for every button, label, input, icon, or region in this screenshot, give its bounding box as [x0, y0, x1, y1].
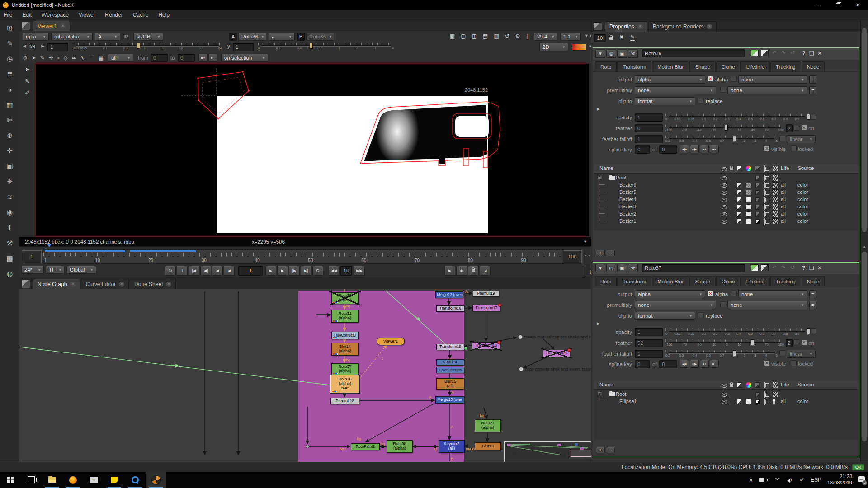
falloff-mode-dropdown[interactable]: linear▼ — [787, 350, 816, 358]
channels-dropdown[interactable]: rgba▼ — [23, 33, 49, 41]
spline-key-field[interactable]: 0 — [635, 360, 650, 368]
tab-dope-sheet[interactable]: Dope Sheet× — [130, 279, 176, 289]
key-remove-button[interactable]: ●− — [208, 54, 217, 62]
tool-icon[interactable]: ✳ — [0, 174, 19, 189]
pane-grip-icon[interactable] — [22, 22, 30, 30]
float-panel-icon[interactable]: ❏ — [809, 50, 814, 56]
start-button[interactable] — [0, 472, 21, 488]
mask-channel-dropdown[interactable]: none▼ — [738, 290, 807, 298]
tool-icon[interactable]: ⊕ — [0, 128, 19, 143]
selection-mode-dropdown[interactable]: on selection▼ — [221, 54, 268, 62]
transport-button[interactable]: ↻ — [165, 266, 176, 276]
opacity-slider[interactable]: 00.010.050.10.20.30.40.50.60.70.80.91 — [665, 114, 808, 122]
minimize-button[interactable] — [808, 0, 828, 10]
visibility-icon[interactable] — [722, 205, 727, 209]
opacity-key-box[interactable] — [810, 328, 816, 334]
shape-row[interactable]: ├─ Bezier5 all color — [594, 189, 858, 196]
eq-button[interactable]: = — [809, 290, 816, 298]
spline-key-field[interactable]: 0 — [635, 145, 650, 154]
transport-button[interactable]: O — [312, 266, 323, 276]
viewer-icon[interactable]: ▣ — [450, 33, 455, 39]
add-key-button[interactable]: ●+ — [700, 145, 709, 153]
shape-row[interactable]: ├─ Bezier3 all color — [594, 203, 858, 211]
premult-mask-checkbox[interactable] — [720, 301, 726, 307]
prev-key-button[interactable]: ◀● — [680, 360, 689, 368]
node[interactable]: copy camera ahsk and invert, taking — [519, 367, 591, 371]
visibility-icon[interactable] — [722, 191, 727, 195]
falloff-box[interactable] — [779, 350, 785, 356]
tool-icon[interactable]: ≋ — [0, 189, 19, 205]
visibility-icon[interactable] — [722, 400, 727, 404]
sticky-notes-button[interactable] — [104, 472, 125, 488]
next-key-button[interactable]: ●▶ — [690, 360, 699, 368]
ramp-button[interactable]: ◢ — [480, 266, 491, 276]
viewer-icon[interactable]: ∥ — [526, 33, 529, 39]
shape-row[interactable]: ├─ Bezier6 all color — [594, 182, 858, 189]
node[interactable]: Keymix3(all) — [439, 440, 465, 453]
battery-icon[interactable] — [760, 478, 767, 482]
tool-icon[interactable]: ◑ — [0, 82, 19, 97]
collapse-icon[interactable]: ▼ — [595, 49, 605, 58]
feather-field[interactable]: 52 — [635, 339, 663, 347]
node[interactable] — [507, 444, 510, 446]
eq-button[interactable]: = — [809, 301, 816, 309]
tf-dropdown[interactable]: TF▼ — [46, 266, 65, 274]
menu-item[interactable]: Workspace — [42, 12, 69, 18]
clip-to-dropdown[interactable]: format▼ — [635, 97, 695, 105]
opacity-key-box[interactable] — [810, 114, 816, 120]
notifications-button[interactable]: 3 — [858, 476, 865, 483]
node[interactable]: Blur13 — [475, 442, 501, 450]
transport-button[interactable]: ◀ — [212, 266, 223, 276]
visibility-icon[interactable] — [722, 183, 727, 188]
visible-checkbox[interactable]: ✕ — [764, 145, 770, 151]
visible-checkbox[interactable]: ✕ — [764, 360, 770, 366]
input-process-toggle[interactable]: IP — [123, 34, 128, 39]
replace-checkbox[interactable] — [698, 312, 704, 318]
restore-button[interactable] — [828, 0, 848, 10]
add-shape-button[interactable]: + — [596, 447, 605, 453]
expander-icon[interactable]: ▶ — [597, 107, 600, 111]
falloff-slider[interactable]: 0.20.30.40.50.712345 — [665, 350, 778, 358]
locked-checkbox[interactable] — [791, 360, 797, 366]
help-icon[interactable]: ? — [802, 50, 805, 56]
frame-ruler[interactable]: 1102030405060708090100 1 — [43, 249, 583, 264]
remove-shape-button[interactable]: − — [606, 447, 615, 453]
roto-toolbar-icon[interactable]: ▫ — [57, 55, 59, 61]
tool-icon[interactable]: ◍ — [0, 266, 19, 282]
roto-toolbar-icon[interactable]: ✎ — [40, 55, 45, 61]
tool-icon[interactable]: ⚒ — [0, 235, 19, 251]
node[interactable]: ColorCorrect5 — [436, 367, 464, 373]
opacity-slider[interactable]: 00.010.050.10.20.30.40.50.60.70.80.91 — [665, 328, 808, 336]
lifetime-mode-dropdown[interactable]: all▼ — [108, 54, 133, 62]
node[interactable]: Grade4 — [436, 359, 464, 366]
shape-row[interactable]: ⊟ Root — [594, 174, 858, 182]
close-icon[interactable]: × — [707, 24, 712, 29]
node-tab[interactable]: Lifetime — [741, 61, 770, 71]
node[interactable] — [571, 450, 591, 457]
transport-button[interactable]: |◀ — [189, 266, 199, 276]
node-tab[interactable]: Roto — [595, 61, 617, 71]
tab-properties[interactable]: Properties× — [605, 21, 647, 32]
node-tab[interactable]: Lifetime — [741, 276, 770, 286]
node[interactable]: Roto27(alpha) — [475, 419, 501, 432]
transport-button[interactable]: ▶| — [301, 266, 311, 276]
output-dropdown[interactable]: alpha▼ — [635, 290, 705, 298]
help-icon[interactable]: ? — [802, 265, 805, 271]
range-end-field[interactable]: 100 — [563, 250, 582, 263]
roto-tool-icon[interactable]: ✐ — [19, 87, 35, 99]
center-icon[interactable]: ◎ — [606, 49, 616, 58]
task-view-button[interactable] — [21, 472, 42, 488]
premult-channel-dropdown[interactable]: none▼ — [727, 301, 807, 309]
viewer-icon[interactable]: ▢ — [461, 33, 466, 39]
transport-button[interactable]: I — [177, 266, 188, 276]
tab-viewer1[interactable]: Viewer1× — [33, 21, 70, 31]
tool-icon[interactable]: ◉ — [0, 205, 19, 220]
node-name-field[interactable]: Roto36 — [642, 49, 745, 57]
node[interactable]: Blur15(all) — [436, 378, 464, 390]
timeline-collapse-icon[interactable]: ⌄⌄ — [584, 252, 591, 257]
tab-curve-editor[interactable]: Curve Editor× — [81, 279, 129, 289]
tray-expand-icon[interactable]: ∧ — [749, 477, 753, 483]
menu-item[interactable]: Render — [105, 12, 123, 18]
layer-dropdown[interactable]: A▼ — [95, 33, 120, 41]
node-tab[interactable]: Roto — [595, 276, 617, 286]
